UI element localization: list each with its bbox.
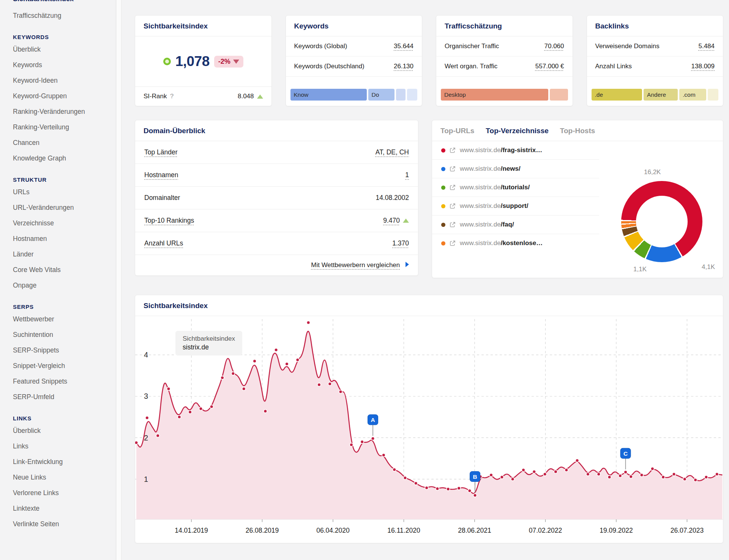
sidebar-item-sichtbarkeitsindex-partial[interactable]: Sichtbarkeitsindex [13,0,116,3]
directory-item-faq[interactable]: www.sistrix.de/faq/ [432,216,599,234]
directory-item-support[interactable]: www.sistrix.de/support/ [432,197,599,216]
stat-label: Anzahl Links [595,63,632,70]
sidebar-item-chancen[interactable]: Chancen [0,135,116,151]
domain-row-value: 1 [405,171,409,179]
directory-item-kostenlose[interactable]: www.sistrix.de/kostenlose… [432,234,599,252]
external-link-icon [450,203,456,209]
top-directories-tabs: Top-URLsTop-VerzeichnisseTop-Hosts [432,120,723,141]
chart-note-marker-c[interactable]: C [620,448,631,469]
tab-top-hosts[interactable]: Top-Hosts [560,127,595,135]
bar-segment[interactable] [550,89,568,101]
bar-segment-do[interactable]: Do [368,89,395,101]
domain-row-label[interactable]: Top Länder [144,148,178,156]
sidebar-item-serp-umfeld[interactable]: SERP-Umfeld [0,389,116,405]
sidebar-item-verzeichnisse[interactable]: Verzeichnisse [0,216,116,231]
si-rank-label: SI-Rank [144,93,167,100]
sidebar-item-berblick[interactable]: Überblick [0,42,116,57]
domain-value-text[interactable]: AT, DE, CH [376,148,409,156]
bar-segment[interactable] [407,89,417,101]
svg-text:A: A [371,417,375,423]
sidebar-item-trafficschaetzung[interactable]: Trafficschätzung [0,8,116,24]
stat-row: Anzahl Links138.009 [587,57,723,77]
bar-segment-desktop[interactable]: Desktop [441,89,548,101]
stat-value[interactable]: 5.484 [698,42,715,50]
tab-top-verzeichnisse[interactable]: Top-Verzeichnisse [486,127,548,135]
stat-row: Organischer Traffic70.060 [436,36,573,57]
domain-value-text[interactable]: 1 [405,171,409,179]
stat-value[interactable]: 557.000 € [535,63,564,70]
sidebar-scrollbar[interactable] [117,0,122,560]
stat-value[interactable]: 35.644 [394,42,413,50]
sidebar-item-verlorene-links[interactable]: Verlorene Links [0,485,116,501]
distribution-bar: .deAndere.com [587,84,723,106]
sidebar-item-keyword-gruppen[interactable]: Keyword-Gruppen [0,88,116,104]
x-axis-label: 06.04.2020 [316,527,350,534]
sidebar-item-ranking-ver-nderungen[interactable]: Ranking-Veränderungen [0,104,116,120]
domain-value-text[interactable]: 9.470 [383,217,400,225]
x-axis-label: 26.07.2023 [671,527,704,534]
domain-row-top-l-nder: Top LänderAT, DE, CH [135,141,418,164]
sidebar-item-wettbewerber[interactable]: Wettbewerber [0,311,116,327]
sidebar-item-ranking-verteilung[interactable]: Ranking-Verteilung [0,120,116,135]
sidebar-item-featured-snippets[interactable]: Featured Snippets [0,374,116,389]
directory-item-frag-sistrix[interactable]: www.sistrix.de/frag-sistrix… [432,141,599,160]
sidebar-item-neue-links[interactable]: Neue Links [0,470,116,485]
sidebar-item-keyword-ideen[interactable]: Keyword-Ideen [0,73,116,88]
sidebar-item-onpage[interactable]: Onpage [0,278,116,293]
stat-label: Keywords (Deutschland) [294,63,364,70]
si-rank-row: SI-Rank ? 8.048 [135,87,271,106]
distribution-bar: Desktop [436,84,573,106]
bar-segment-de[interactable]: .de [592,89,642,101]
directory-item-news[interactable]: www.sistrix.de/news/ [432,160,599,178]
stat-value[interactable]: 70.060 [544,42,564,50]
domain-row-domainalter: Domainalter14.08.2002 [135,187,418,209]
domain-row-label[interactable]: Anzahl URLs [144,239,183,247]
donut-label-bottom-left: 1,1K [633,266,647,273]
donut-chart[interactable] [621,181,702,262]
main-content: Sichtbarkeitsindex 1,078 -2% SI-Rank ? 8… [122,0,729,560]
sidebar-item-urls[interactable]: URLs [0,184,116,200]
bar-segment-com[interactable]: .com [679,89,706,101]
sidebar-item-l-nder[interactable]: Länder [0,247,116,262]
sidebar-item-core-web-vitals[interactable]: Core Web Vitals [0,262,116,278]
bar-segment[interactable] [396,89,405,101]
domain-row-label[interactable]: Top-10 Rankings [144,217,194,225]
visibility-chart[interactable]: Sichtbarkeitsindex sistrix.de 4321ABC14.… [135,316,723,541]
sidebar-item-link-entwicklung[interactable]: Link-Entwicklung [0,454,116,470]
sidebar-item-suchintention[interactable]: Suchintention [0,327,116,343]
sidebar-item-hostnamen[interactable]: Hostnamen [0,231,116,247]
sidebar-item-snippet-vergleich[interactable]: Snippet-Vergleich [0,358,116,374]
bar-segment-know[interactable]: Know [290,89,367,101]
external-link-icon [450,147,456,153]
domain-row-value: AT, DE, CH [376,148,409,156]
sidebar-section-serps: SERPS [13,304,116,310]
help-icon[interactable]: ? [170,93,174,100]
sidebar-item-keywords[interactable]: Keywords [0,57,116,73]
directory-item-tutorials[interactable]: www.sistrix.de/tutorials/ [432,178,599,197]
chart-legend-tooltip: Sichtbarkeitsindex sistrix.de [175,331,242,356]
stat-row: Wert organ. Traffic557.000 € [436,57,573,77]
stat-value[interactable]: 26.130 [394,63,413,70]
domain-row-value: 1.370 [392,239,409,247]
sidebar-item-knowledge-graph[interactable]: Knowledge Graph [0,151,116,166]
sidebar-item-verlinkte-seiten[interactable]: Verlinkte Seiten [0,516,116,532]
stat-row: Keywords (Global)35.644 [286,36,422,57]
sidebar-item-url-ver-nderungen[interactable]: URL-Veränderungen [0,200,116,216]
series-color-dot [441,241,445,245]
chart-note-marker-a[interactable]: A [368,415,378,436]
visibility-change-value: -2% [218,58,230,66]
sidebar-item-berblick[interactable]: Überblick [0,423,116,439]
sidebar-item-serp-snippets[interactable]: SERP-Snippets [0,343,116,358]
domain-row-value: 9.470 [383,217,409,225]
sidebar-item-linktexte[interactable]: Linktexte [0,501,116,516]
sidebar-item-links[interactable]: Links [0,439,116,454]
tab-top-urls[interactable]: Top-URLs [440,127,474,135]
bar-segment-andere[interactable]: Andere [644,89,678,101]
domain-value-text[interactable]: 1.370 [392,239,409,247]
domain-row-label[interactable]: Hostnamen [144,171,178,179]
stat-value[interactable]: 138.009 [691,63,715,70]
bar-segment[interactable] [708,89,718,101]
compare-competitors-link[interactable]: Mit Wettbewerbern vergleichen [311,261,400,269]
stat-rows: Keywords (Global)35.644Keywords (Deutsch… [286,36,422,77]
external-link-icon [450,240,456,246]
